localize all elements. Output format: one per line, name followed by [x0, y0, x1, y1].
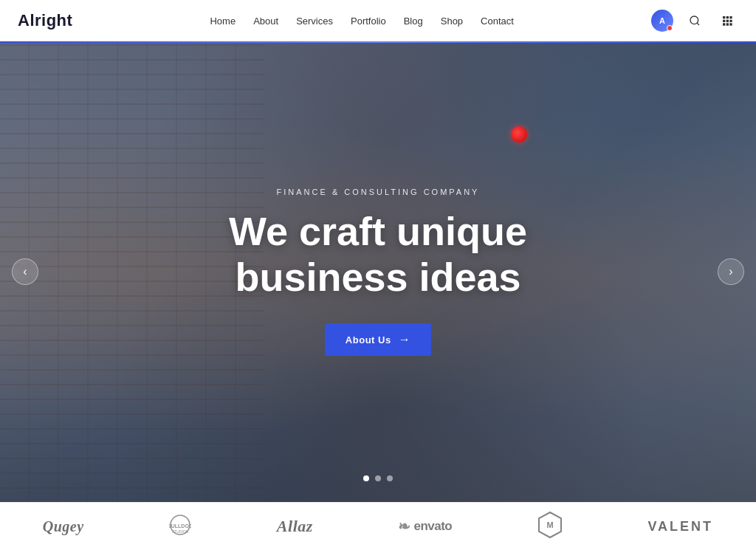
- hero-subtitle: Finance & Consulting Company: [229, 188, 527, 196]
- svg-rect-2: [723, 16, 725, 18]
- svg-rect-3: [726, 16, 729, 18]
- grid-icon: [721, 15, 733, 27]
- hero-cta-button[interactable]: About Us →: [325, 323, 431, 356]
- envato-leaf-icon: ❧: [398, 518, 410, 535]
- slider-dots: [363, 475, 393, 481]
- nav-menu: Home About Services Portfolio Blog Shop …: [210, 14, 513, 27]
- site-logo[interactable]: Alright: [18, 11, 72, 30]
- decorative-red-dot: [511, 126, 527, 142]
- slider-dot-3[interactable]: [387, 475, 393, 481]
- hero-cta-label: About Us: [346, 334, 391, 346]
- brand-envato: ❧ envato: [398, 518, 452, 535]
- chevron-left-icon: ‹: [23, 265, 27, 278]
- slider-dot-2[interactable]: [375, 475, 381, 481]
- svg-rect-10: [729, 23, 732, 25]
- svg-text:BULLDOG: BULLDOG: [169, 523, 191, 529]
- svg-rect-6: [726, 20, 729, 22]
- svg-rect-7: [729, 20, 732, 22]
- hexagon-icon: M: [537, 511, 563, 539]
- slider-prev-button[interactable]: ‹: [12, 258, 38, 285]
- brand-bulldog: BULLDOG STUDIOS: [169, 514, 191, 539]
- nav-item-portfolio[interactable]: Portfolio: [351, 14, 386, 27]
- notification-dot: [667, 25, 673, 31]
- svg-line-1: [697, 23, 699, 25]
- grid-menu-button[interactable]: [716, 10, 738, 32]
- brand-hexagon: M: [537, 511, 563, 542]
- slider-next-button[interactable]: ›: [718, 258, 744, 285]
- svg-text:M: M: [546, 520, 553, 529]
- brand-valent: VALENT: [647, 519, 713, 534]
- accent-line: [0, 41, 756, 43]
- hero-cta-arrow: →: [399, 333, 411, 346]
- brand-qugey: Qugey: [43, 518, 84, 535]
- nav-item-services[interactable]: Services: [296, 14, 333, 27]
- chevron-right-icon: ›: [729, 265, 732, 278]
- nav-item-blog[interactable]: Blog: [404, 14, 423, 27]
- hero-content: Finance & Consulting Company We craft un…: [229, 188, 527, 356]
- brand-allaz: Allaz: [277, 517, 313, 536]
- nav-item-shop[interactable]: Shop: [441, 14, 463, 27]
- nav-item-home[interactable]: Home: [210, 14, 236, 27]
- svg-rect-4: [729, 16, 732, 18]
- nav-icons: A: [651, 10, 738, 32]
- nav-item-about[interactable]: About: [253, 14, 278, 27]
- brand-logo-strip: Qugey BULLDOG STUDIOS Allaz ❧ envato M V…: [0, 502, 756, 550]
- navbar: Alright Home About Services Portfolio Bl…: [0, 0, 756, 41]
- search-icon: [689, 15, 701, 27]
- hero-title: We craft unique business ideas: [229, 208, 527, 300]
- svg-rect-5: [723, 20, 725, 22]
- svg-text:STUDIOS: STUDIOS: [172, 529, 189, 534]
- envato-label: envato: [413, 519, 452, 534]
- hero-section: Finance & Consulting Company We craft un…: [0, 41, 756, 502]
- nav-item-contact[interactable]: Contact: [481, 14, 514, 27]
- slider-dot-1[interactable]: [363, 475, 369, 481]
- user-avatar[interactable]: A: [651, 10, 673, 32]
- search-button[interactable]: [684, 10, 706, 32]
- bulldog-icon: BULLDOG STUDIOS: [169, 514, 191, 539]
- svg-rect-8: [723, 23, 725, 25]
- svg-rect-9: [726, 23, 729, 25]
- svg-point-0: [690, 16, 698, 24]
